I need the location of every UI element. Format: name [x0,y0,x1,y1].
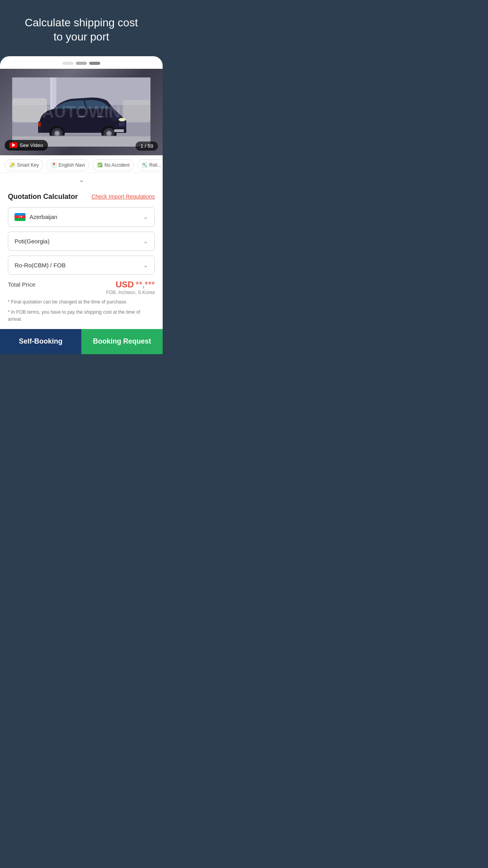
chevron-down-icon: ⌄ [79,175,84,184]
smart-key-label: Smart Key [17,162,39,168]
feature-no-accident: ✅ No Accident [92,159,134,171]
port-dropdown-left: Poti(Georgia) [15,238,50,245]
reli-icon: 🔧 [141,162,148,168]
car-image-container: AUTOWIN See Video 1 / 59 [0,69,163,155]
import-regulations-link[interactable]: Check Import Regulations [92,193,155,200]
pagination [0,56,163,69]
svg-point-19 [56,132,58,134]
port-chevron-icon: ⌄ [143,237,148,245]
price-usd: USD [116,280,134,289]
quotation-header: Quotation Calculator Check Import Regula… [8,193,155,201]
svg-rect-21 [97,116,104,117]
see-video-label: See Video [20,142,43,148]
country-dropdown-left: ☽✦ Azerbaijan [15,213,57,221]
image-counter: 1 / 59 [136,142,158,151]
page-title: Calculate shipping cost to your port [17,16,146,44]
main-card: AUTOWIN See Video 1 / 59 🔑 Smart Key 📍 E… [0,56,163,354]
shipping-value: Ro-Ro(CBM) / FOB [15,262,66,268]
footnote-1: * Final quotation can be changed at the … [8,298,155,305]
bottom-buttons: Self-Booking Booking Request [0,329,163,354]
booking-request-button[interactable]: Booking Request [81,329,163,354]
azerbaijan-flag: ☽✦ [15,213,26,221]
country-value: Azerbaijan [29,213,57,220]
feature-smart-key: 🔑 Smart Key [5,159,43,171]
self-booking-button[interactable]: Self-Booking [0,329,81,354]
smart-key-icon: 🔑 [9,162,15,168]
total-price-row: Total Price USD **,*** FOB, Incheon, S.K… [8,280,155,295]
svg-point-15 [108,132,110,134]
price-main-row: USD **,*** [106,280,155,290]
price-masked: **,*** [136,280,155,289]
svg-rect-22 [114,129,124,132]
english-navi-icon: 📍 [51,162,57,168]
svg-rect-5 [123,100,150,122]
features-row: 🔑 Smart Key 📍 English Navi ✅ No Accident… [0,155,163,173]
no-accident-icon: ✅ [97,162,103,168]
svg-rect-20 [78,116,85,117]
shipping-chevron-icon: ⌄ [143,261,148,269]
shipping-dropdown[interactable]: Ro-Ro(CBM) / FOB ⌄ [8,256,155,275]
quotation-title: Quotation Calculator [8,193,78,201]
price-right: USD **,*** FOB, Incheon, S.Korea [106,280,155,295]
feature-english-navi: 📍 English Navi [46,159,89,171]
feature-reli: 🔧 Reli... [137,159,163,171]
dot-1 [62,62,73,65]
play-triangle [12,143,15,147]
quotation-section: Quotation Calculator Check Import Regula… [0,186,163,329]
car-svg [12,77,150,147]
dot-3 [89,62,100,65]
country-dropdown[interactable]: ☽✦ Azerbaijan ⌄ [8,207,155,227]
total-price-label: Total Price [8,281,35,288]
svg-rect-7 [119,121,125,126]
crescent-star: ☽✦ [17,215,23,219]
reli-label: Reli... [149,162,161,168]
svg-point-10 [119,118,126,121]
footnote-2: * In FOB terms, you have to pay the ship… [8,309,155,323]
svg-rect-11 [38,122,41,127]
youtube-icon [9,142,17,148]
dot-2 [76,62,87,65]
country-chevron-icon: ⌄ [143,213,148,221]
expand-arrow[interactable]: ⌄ [0,173,163,186]
price-location: FOB, Incheon, S.Korea [106,290,155,295]
see-video-button[interactable]: See Video [5,140,48,151]
port-value: Poti(Georgia) [15,238,50,245]
english-navi-label: English Navi [59,162,85,168]
no-accident-label: No Accident [105,162,130,168]
shipping-dropdown-left: Ro-Ro(CBM) / FOB [15,262,66,268]
port-dropdown[interactable]: Poti(Georgia) ⌄ [8,232,155,251]
